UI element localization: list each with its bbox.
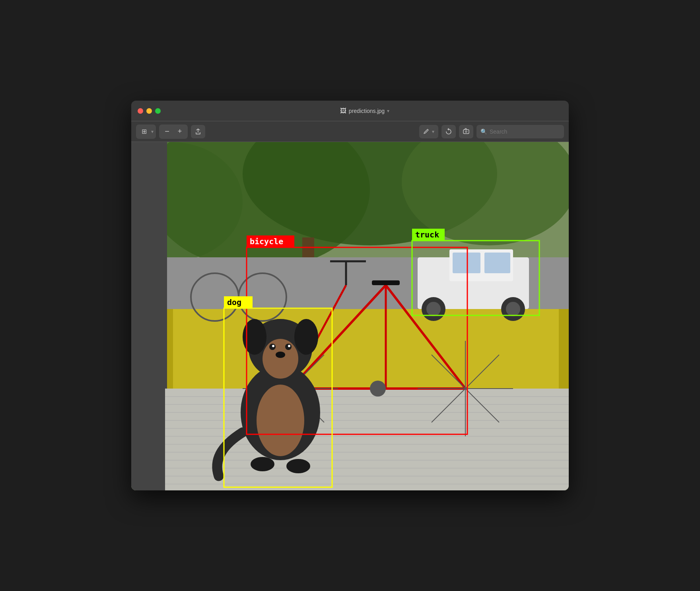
toolbar: ⊞ ▾ − + ▾ [131,121,569,142]
svg-point-56 [257,385,304,456]
search-bar[interactable]: 🔍 [476,125,564,138]
center-tools: ▾ [419,125,473,138]
scene-background: bicycle dog truck [131,142,569,490]
svg-rect-11 [559,309,569,389]
image-viewer: bicycle dog truck [131,142,569,490]
titlebar: 🖼 predictions.jpg ▾ [131,101,569,121]
zoom-in-button[interactable]: + [174,126,185,137]
svg-point-60 [294,319,318,355]
svg-point-54 [370,381,386,397]
main-window: 🖼 predictions.jpg ▾ ⊞ ▾ − + ▾ [131,101,569,490]
sidebar-toggle-group: ⊞ ▾ [136,124,156,139]
chevron-down-icon: ▾ [387,108,389,114]
svg-point-63 [272,345,274,347]
svg-rect-53 [372,280,400,285]
annotate-chevron-icon: ▾ [432,129,434,134]
tools-button[interactable] [459,125,473,138]
search-icon: 🔍 [480,128,487,135]
window-title-area: 🖼 predictions.jpg ▾ [167,107,562,115]
svg-rect-0 [463,130,469,134]
zoom-out-button[interactable]: − [161,126,173,137]
zoom-group: − + [159,124,188,139]
maximize-button[interactable] [155,108,161,114]
svg-rect-33 [484,253,510,273]
svg-point-64 [288,345,290,347]
svg-text:dog: dog [227,297,241,307]
scene: bicycle dog truck [131,142,569,490]
svg-rect-32 [453,253,480,273]
sidebar-chevron-icon: ▾ [151,129,154,134]
svg-rect-9 [165,309,569,389]
sidebar-toggle-button[interactable]: ⊞ [138,126,150,137]
svg-point-29 [426,302,441,316]
share-button[interactable] [191,125,205,138]
minimize-button[interactable] [146,108,152,114]
file-icon: 🖼 [340,107,346,115]
annotate-button[interactable]: ▾ [419,125,438,138]
window-title: predictions.jpg [349,108,385,114]
svg-rect-12 [131,142,167,490]
svg-text:truck: truck [415,230,439,239]
rotate-button[interactable] [441,125,456,138]
svg-point-31 [506,302,520,316]
search-input[interactable] [490,128,560,135]
svg-point-58 [262,339,298,379]
close-button[interactable] [138,108,143,114]
svg-point-1 [465,131,467,132]
traffic-lights [138,108,161,114]
svg-point-65 [276,352,285,358]
svg-point-67 [286,459,310,473]
svg-point-66 [251,457,274,471]
svg-text:bicycle: bicycle [250,237,283,246]
